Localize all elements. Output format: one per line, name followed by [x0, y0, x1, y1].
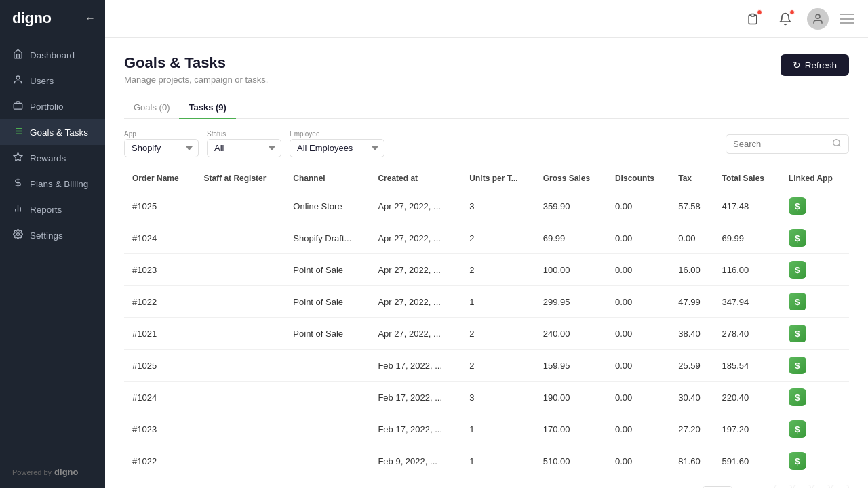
filter-app: App Shopify	[124, 130, 199, 157]
cell-discounts: 0.00	[607, 413, 670, 445]
cell-created: Apr 27, 2022, ...	[370, 222, 461, 254]
cell-gross: 190.00	[535, 382, 607, 413]
pagination-next-button[interactable]: ›	[812, 485, 830, 488]
sidebar-item-label: Reports	[30, 205, 62, 215]
sidebar-item-settings[interactable]: Settings	[0, 222, 105, 248]
sidebar-item-reports[interactable]: Reports	[0, 197, 105, 222]
cell-staff	[195, 254, 285, 286]
svg-line-17	[839, 144, 841, 146]
cell-discounts: 0.00	[607, 222, 670, 254]
clipboard-badge	[757, 9, 762, 15]
cell-order: #1025	[124, 190, 195, 222]
col-linked-app: Linked App	[781, 167, 849, 190]
pagination-first-button[interactable]: ⇤	[774, 485, 792, 488]
footer-powered-label: Powered by	[12, 468, 52, 476]
cell-total: 417.48	[714, 190, 781, 222]
sidebar-item-plans-billing[interactable]: Plans & Billing	[0, 171, 105, 197]
col-total-sales: Total Sales	[714, 167, 781, 190]
sidebar-item-label: Rewards	[30, 153, 66, 163]
cell-channel: Point of Sale	[285, 318, 370, 350]
sidebar-header: digno ←	[0, 0, 105, 37]
cell-channel	[285, 382, 370, 413]
cell-units: 1	[461, 413, 534, 445]
pagination-last-button[interactable]: ⇥	[831, 485, 849, 488]
linked-app-icon: $	[789, 325, 806, 342]
menu-line	[840, 14, 854, 16]
cell-created: Apr 27, 2022, ...	[370, 318, 461, 350]
sidebar: digno ← Dashboard Users Portfolio G	[0, 0, 105, 488]
col-units: Units per T...	[461, 167, 534, 190]
cell-channel: Point of Sale	[285, 254, 370, 286]
page-content: Goals & Tasks Manage projects, campaign …	[105, 38, 868, 488]
cell-total: 69.99	[714, 222, 781, 254]
cell-channel	[285, 445, 370, 477]
home-icon	[12, 49, 23, 61]
table-row: #1024 Shopify Draft... Apr 27, 2022, ...…	[124, 222, 849, 254]
clipboard-icon[interactable]	[742, 8, 764, 30]
cell-tax: 16.00	[670, 254, 713, 286]
cell-units: 2	[461, 222, 534, 254]
hamburger-menu[interactable]	[840, 14, 854, 24]
cell-order: #1023	[124, 413, 195, 445]
cell-tax: 38.40	[670, 318, 713, 350]
svg-marker-8	[14, 152, 22, 161]
cell-created: Feb 17, 2022, ...	[370, 350, 461, 382]
sidebar-item-portfolio[interactable]: Portfolio	[0, 94, 105, 119]
cell-linked-app: $	[781, 445, 849, 477]
cell-order: #1023	[124, 254, 195, 286]
refresh-button[interactable]: ↻ Refresh	[781, 54, 849, 76]
cell-channel	[285, 350, 370, 382]
cell-channel: Shopify Draft...	[285, 222, 370, 254]
cell-tax: 81.60	[670, 445, 713, 477]
search-box[interactable]	[726, 134, 849, 154]
filter-status-select[interactable]: All	[207, 139, 281, 157]
tab-tasks[interactable]: Tasks (9)	[179, 97, 235, 119]
refresh-button-label: Refresh	[805, 60, 837, 70]
sidebar-item-dashboard[interactable]: Dashboard	[0, 42, 105, 68]
filter-app-select[interactable]: Shopify	[124, 139, 199, 157]
linked-app-icon: $	[789, 261, 806, 279]
cell-gross: 510.00	[535, 445, 607, 477]
col-created-at: Created at	[370, 167, 461, 190]
svg-point-13	[16, 233, 19, 236]
topbar	[105, 0, 868, 38]
cell-units: 2	[461, 318, 534, 350]
cell-order: #1024	[124, 382, 195, 413]
linked-app-icon: $	[789, 357, 806, 374]
pagination-buttons: ⇤ ‹ › ⇥	[774, 485, 849, 488]
cell-created: Feb 9, 2022, ...	[370, 445, 461, 477]
sidebar-item-users[interactable]: Users	[0, 68, 105, 94]
filter-employee-select[interactable]: All Employees	[290, 139, 384, 157]
cell-staff	[195, 413, 285, 445]
search-input[interactable]	[733, 139, 828, 149]
cell-total: 220.40	[714, 382, 781, 413]
cell-linked-app: $	[781, 350, 849, 382]
cell-discounts: 0.00	[607, 190, 670, 222]
cell-order: #1021	[124, 318, 195, 350]
tab-goals[interactable]: Goals (0)	[124, 97, 179, 119]
cell-total: 185.54	[714, 350, 781, 382]
cell-linked-app: $	[781, 222, 849, 254]
cell-order: #1025	[124, 350, 195, 382]
col-gross-sales: Gross Sales	[535, 167, 607, 190]
bell-icon[interactable]	[774, 8, 796, 30]
col-tax: Tax	[670, 167, 713, 190]
sidebar-item-rewards[interactable]: Rewards	[0, 145, 105, 171]
cell-created: Apr 27, 2022, ...	[370, 190, 461, 222]
sidebar-item-label: Goals & Tasks	[30, 127, 88, 138]
table-row: #1025 Online Store Apr 27, 2022, ... 3 3…	[124, 190, 849, 222]
cell-total: 278.40	[714, 318, 781, 350]
sidebar-item-goals-tasks[interactable]: Goals & Tasks	[0, 119, 105, 145]
col-discounts: Discounts	[607, 167, 670, 190]
col-channel: Channel	[285, 167, 370, 190]
pagination-prev-button[interactable]: ‹	[793, 485, 811, 488]
bell-badge	[789, 9, 795, 15]
table-row: #1022 Point of Sale Apr 27, 2022, ... 1 …	[124, 286, 849, 318]
cell-gross: 69.99	[535, 222, 607, 254]
svg-rect-14	[751, 14, 755, 16]
avatar[interactable]	[807, 8, 829, 30]
cell-total: 347.94	[714, 286, 781, 318]
svg-point-15	[816, 14, 820, 18]
sidebar-collapse-button[interactable]: ←	[85, 12, 96, 24]
sidebar-item-label: Plans & Billing	[30, 179, 88, 189]
